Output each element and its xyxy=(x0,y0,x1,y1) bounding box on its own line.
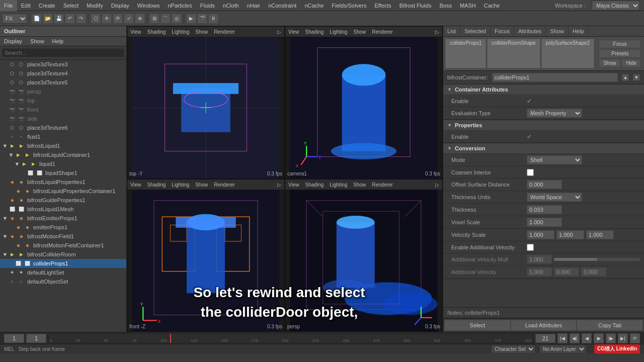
checkbox-coarsen[interactable] xyxy=(527,169,534,176)
attr-node-tab-3[interactable]: polySurfaceShape2 xyxy=(541,39,594,68)
menu-create[interactable]: Create xyxy=(35,0,59,11)
vp-front-show[interactable]: Show xyxy=(192,182,211,188)
tree-item-bifrostguideproperties1[interactable]: ◈◈bifrostGuideProperties1 xyxy=(0,196,126,205)
attr-presets-btn[interactable]: Presets xyxy=(599,49,641,58)
vp-top-lighting[interactable]: Lighting xyxy=(169,29,192,35)
tree-item-place3dtexture5[interactable]: ⬡⬡place3dTexture5 xyxy=(0,78,126,87)
attr-load-btn[interactable]: Load Attributes xyxy=(511,320,577,331)
menu-boss[interactable]: Boss xyxy=(435,0,455,11)
toolbar-btn-snap-grid[interactable]: ⊞ xyxy=(149,14,159,24)
attr-input-vel-z[interactable] xyxy=(586,230,614,239)
play-prev-key[interactable]: ◀| xyxy=(570,333,580,343)
toolbar-btn-scale[interactable]: ⤢ xyxy=(124,14,134,24)
attr-tab-attributes[interactable]: Attributes xyxy=(514,26,546,36)
tree-item-persp[interactable]: 📷📷persp xyxy=(0,87,126,96)
workspace-select-dropdown[interactable]: Maya Classic xyxy=(592,1,640,11)
toolbar-btn-redo[interactable]: ↷ xyxy=(76,14,86,24)
timeline-end[interactable] xyxy=(26,334,46,343)
vp-persp-lighting[interactable]: Lighting xyxy=(327,182,350,188)
tree-item-liquidshape1[interactable]: ⬜⬜liquidShape1 xyxy=(0,168,126,177)
attr-hide-btn[interactable]: Hide xyxy=(621,59,641,67)
viewport-top[interactable]: View Shading Lighting Show Renderer ▷ xyxy=(127,26,285,179)
tree-item-bifrostliquid1[interactable]: ▼▶▶bifrostLiquid1 xyxy=(0,141,126,150)
menu-fluids[interactable]: Fluids xyxy=(196,0,219,11)
toolbar-btn-select[interactable]: ⬡ xyxy=(91,14,101,24)
search-input[interactable] xyxy=(2,48,124,57)
menu-nhair[interactable]: nHair xyxy=(243,0,264,11)
tree-item-colliderprops1[interactable]: ⬜⬜colliderProps1 xyxy=(0,259,126,268)
tree-item-place3dtexture6[interactable]: ⬡⬡place3dTexture6 xyxy=(0,123,126,132)
attr-show-btn[interactable]: Show xyxy=(599,59,620,67)
vp-front-lighting[interactable]: Lighting xyxy=(169,182,192,188)
tree-item-defaultobjectset[interactable]: ○○defaultObjectSet xyxy=(0,277,126,286)
attr-select-thickness-units[interactable]: World Space xyxy=(527,193,582,202)
play-back[interactable]: ◀ xyxy=(582,333,592,343)
vel-mult-slider-track[interactable] xyxy=(554,258,640,261)
vp-persp-show[interactable]: Show xyxy=(350,182,369,188)
vp-persp-renderer[interactable]: Renderer xyxy=(369,182,396,188)
vp-cam-shading[interactable]: Shading xyxy=(302,29,327,35)
vp-persp-view[interactable]: View xyxy=(285,182,302,188)
tree-item-bifrostmotionfield1[interactable]: ▼◈◈bifrostMotionField1 xyxy=(0,232,126,241)
toolbar-btn-new[interactable]: 📄 xyxy=(32,14,42,24)
toolbar-btn-undo[interactable]: ↶ xyxy=(65,14,75,24)
attr-tab-list[interactable]: List xyxy=(443,26,460,36)
attr-node-tab-2[interactable]: colliderRoomShape xyxy=(487,39,540,68)
attr-input-vel-x[interactable] xyxy=(527,230,554,239)
character-set-select[interactable]: Character Set xyxy=(491,345,535,353)
vp-top-expand[interactable]: ▷ xyxy=(274,29,284,35)
tree-item-defaultlightset[interactable]: ☀☀defaultLightSet xyxy=(0,268,126,277)
attr-input-voxel[interactable] xyxy=(527,218,562,227)
vp-top-view[interactable]: View xyxy=(127,29,144,35)
toolbar-btn-ipr[interactable]: 🎬 xyxy=(197,14,207,24)
toolbar-btn-open[interactable]: 📂 xyxy=(43,14,53,24)
vp-front-shading[interactable]: Shading xyxy=(144,182,169,188)
tree-item-top[interactable]: 📷📷top xyxy=(0,96,126,105)
play-to-start[interactable]: |◀ xyxy=(557,333,568,343)
menu-nconstraint[interactable]: nConstraint xyxy=(264,0,300,11)
attr-input-vel-y[interactable] xyxy=(556,230,584,239)
tree-item-bifrostliquidpropertiescontainer1[interactable]: ◈◈bifrostLiquidPropertiesContainer1 xyxy=(0,187,126,196)
tree-item-bifrostmotionfieldcontainer1[interactable]: ◈◈bifrostMotionFieldContainer1 xyxy=(0,241,126,250)
attr-section-conversion-header[interactable]: ▼ Conversion xyxy=(443,143,644,154)
vp-top-show[interactable]: Show xyxy=(192,29,211,35)
tree-item-fluid1[interactable]: ~~fluid1 xyxy=(0,132,126,141)
vp-front-expand[interactable]: ▷ xyxy=(274,182,284,188)
menu-windows[interactable]: Windows xyxy=(133,0,164,11)
checkbox-enable-2[interactable]: ✔ xyxy=(527,133,532,140)
menu-ncloth[interactable]: nCloth xyxy=(219,0,243,11)
attr-section-container-header[interactable]: ▼ Container Attributes xyxy=(443,84,644,95)
outliner-menu-show[interactable]: Show xyxy=(26,37,48,46)
vp-persp-shading[interactable]: Shading xyxy=(302,182,327,188)
outliner-menu-help[interactable]: Help xyxy=(48,37,68,46)
attr-tab-focus[interactable]: Focus xyxy=(491,26,514,36)
play-to-end[interactable]: ▶| xyxy=(618,333,628,343)
vp-top-shading[interactable]: Shading xyxy=(144,29,169,35)
tree-item-side[interactable]: 📷📷side xyxy=(0,114,126,123)
tree-item-bifrostliquid1mesh[interactable]: ⬜⬜bifrostLiquid1Mesh xyxy=(0,205,126,214)
toolbar-btn-save[interactable]: 💾 xyxy=(54,14,64,24)
toolbar-btn-snap-point[interactable]: ◎ xyxy=(172,14,182,24)
vp-cam-show[interactable]: Show xyxy=(350,29,369,35)
attr-tab-show[interactable]: Show xyxy=(546,26,569,36)
attr-focus-btn[interactable]: Focus xyxy=(599,40,641,48)
menu-cache[interactable]: Cache xyxy=(480,0,504,11)
mode-select[interactable]: FX xyxy=(2,14,27,24)
tree-item-front[interactable]: 📷📷front xyxy=(0,105,126,114)
attr-node-tab-1[interactable]: colliderProps1 xyxy=(445,39,486,68)
vp-top-renderer[interactable]: Renderer xyxy=(211,29,238,35)
menu-mash[interactable]: MASH xyxy=(456,0,480,11)
attr-expand-up[interactable]: ▲ xyxy=(622,74,629,81)
tree-item-bifrostemitterprops1[interactable]: ▼◈◈bifrostEmitterProps1 xyxy=(0,214,126,223)
tree-item-place3dtexture4[interactable]: ⬡⬡place3dTexture4 xyxy=(0,69,126,78)
attr-tab-help[interactable]: Help xyxy=(569,26,589,36)
menu-effects[interactable]: Effects xyxy=(370,0,395,11)
viewport-camera[interactable]: View Shading Lighting Show Renderer ▷ xyxy=(285,26,443,179)
tree-item-bifrostliquidproperties1[interactable]: ◈◈bifrostLiquidProperties1 xyxy=(0,177,126,187)
menu-modify[interactable]: Modify xyxy=(83,0,107,11)
attr-input-offset[interactable] xyxy=(527,180,562,189)
tree-item-bifrostcolliderroom[interactable]: ▼▶▶bifrostColliderRoom xyxy=(0,250,126,259)
menu-edit[interactable]: Edit xyxy=(17,0,35,11)
tree-item-bifrostliquidcontainer1[interactable]: ▼▶▶bifrostLiquidContainer1 xyxy=(0,150,126,159)
play-next-key[interactable]: |▶ xyxy=(606,333,616,343)
